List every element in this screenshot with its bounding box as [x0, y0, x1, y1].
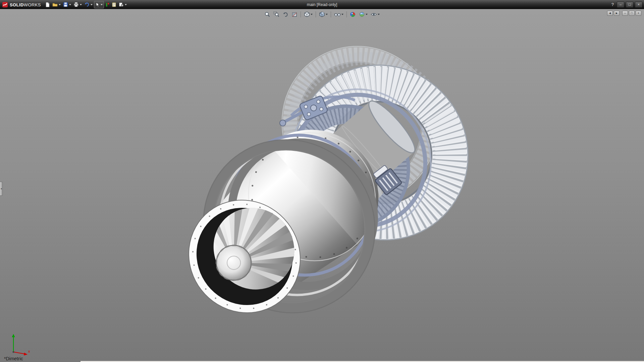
print-button[interactable]: [72, 1, 83, 8]
undo-arrow-icon: [84, 2, 90, 7]
dropdown-arrow[interactable]: [59, 4, 61, 5]
close-button[interactable]: ×: [635, 2, 642, 8]
next-document-button[interactable]: ►: [614, 11, 620, 16]
document-window-controls: ◄ ► – □ ×: [607, 11, 641, 16]
edit-appearance-button[interactable]: [349, 11, 357, 18]
doc-minimize-button[interactable]: –: [622, 11, 628, 16]
previous-view-button[interactable]: [282, 11, 289, 18]
printer-icon: [73, 2, 79, 7]
section-view-button[interactable]: [291, 11, 298, 18]
new-document-button[interactable]: [44, 1, 51, 8]
restore-button[interactable]: □: [626, 2, 633, 8]
minimize-button[interactable]: –: [617, 2, 624, 8]
view-cube-icon: [304, 11, 310, 17]
dropdown-arrow[interactable]: [69, 4, 71, 5]
select-button[interactable]: [94, 1, 104, 8]
undo-view-icon: [282, 11, 288, 17]
view-orientation-button[interactable]: [303, 11, 313, 18]
shaded-cube-icon: [319, 11, 325, 17]
dropdown-arrow[interactable]: [378, 14, 380, 15]
dropdown-arrow[interactable]: [311, 14, 313, 15]
eye-icon: [371, 11, 377, 17]
quick-access-toolbar: [44, 1, 128, 8]
view-settings-button[interactable]: [370, 11, 380, 18]
toolbar-separator: [331, 11, 331, 17]
magnifier-area-icon: [273, 11, 279, 17]
hide-show-items-button[interactable]: [333, 11, 344, 18]
dropdown-arrow[interactable]: [366, 14, 368, 15]
save-button[interactable]: [62, 1, 72, 8]
folder-icon: [52, 2, 58, 7]
magnifier-icon: [264, 11, 270, 17]
glasses-icon: [334, 11, 341, 17]
page-icon: [45, 2, 50, 7]
viewport-3d[interactable]: ◄ ► – □ × x *Dimetric ◂: [0, 9, 644, 362]
dropdown-arrow[interactable]: [341, 14, 343, 15]
zoom-to-area-button[interactable]: [273, 11, 280, 18]
dropdown-arrow[interactable]: [101, 4, 103, 5]
orientation-label: *Dimetric: [4, 356, 23, 361]
logo-text-light: WORKS: [24, 2, 41, 7]
properties-sheet-icon: [112, 2, 116, 7]
app-logo: SOLIDWORKS: [0, 2, 44, 8]
window-controls: ? – □ ×: [610, 2, 644, 8]
display-style-button[interactable]: [318, 11, 328, 18]
help-button[interactable]: ?: [610, 2, 615, 7]
apply-scene-button[interactable]: [358, 11, 368, 18]
previous-document-button[interactable]: ◄: [607, 11, 613, 16]
x-axis-label: x: [28, 349, 30, 353]
dropdown-arrow[interactable]: [125, 4, 127, 5]
cursor-arrow-icon: [95, 2, 100, 7]
headsup-view-toolbar: [264, 11, 380, 18]
section-cut-icon: [291, 11, 298, 17]
rebuild-button[interactable]: [104, 1, 110, 8]
reference-triad: x: [5, 332, 33, 357]
dropdown-arrow[interactable]: [326, 14, 328, 15]
dropdown-arrow[interactable]: [91, 4, 93, 5]
title-bar: SOLIDWORKS: [0, 0, 644, 9]
undo-button[interactable]: [83, 1, 94, 8]
scene-ball-icon: [359, 11, 365, 17]
file-properties-button[interactable]: [111, 1, 117, 8]
appearance-ball-icon: [350, 11, 356, 17]
toolbar-separator: [301, 11, 301, 17]
document-title: main [Read-only]: [307, 2, 337, 7]
zoom-to-fit-button[interactable]: [264, 11, 271, 18]
stoplight-icon: [105, 2, 109, 7]
panel-collapse-handle[interactable]: ◂: [0, 182, 3, 196]
options-sheet-icon: [119, 2, 124, 7]
dassault-3ds-logo-icon: [2, 2, 8, 8]
jet-engine-model[interactable]: [0, 9, 644, 362]
logo-text-bold: SOLID: [10, 2, 24, 7]
floppy-icon: [63, 2, 68, 7]
toolbar-separator: [346, 11, 347, 17]
dropdown-arrow[interactable]: [80, 4, 82, 5]
open-button[interactable]: [51, 1, 62, 8]
doc-close-button[interactable]: ×: [636, 11, 641, 16]
options-button[interactable]: [118, 1, 128, 8]
x-axis-arrow: [24, 353, 28, 356]
doc-restore-button[interactable]: □: [629, 11, 635, 16]
y-axis-arrow: [12, 334, 15, 337]
toolbar-separator: [316, 11, 316, 17]
